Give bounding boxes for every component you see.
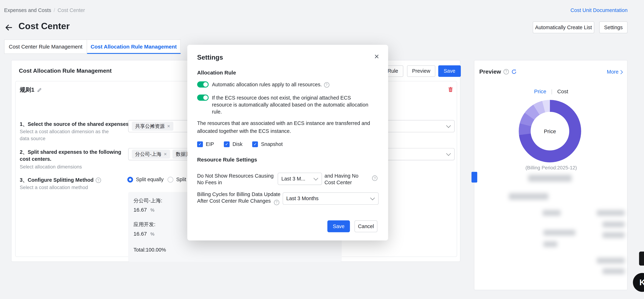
step2-title: 2、Split shared expenses to the following…: [20, 149, 126, 163]
settings-modal: Settings × Allocation Rule Automatic all…: [187, 45, 388, 240]
checkbox-checked-icon: [224, 141, 230, 147]
chevron-down-icon: [446, 151, 451, 156]
preview-title: Preview: [479, 68, 501, 75]
step3-subtitle: Select a cost allocation method: [20, 184, 118, 191]
chevron-down-icon: [446, 123, 451, 128]
refresh-icon[interactable]: [511, 69, 517, 74]
step1-title: 1、Select the source of the shared expens…: [20, 121, 130, 128]
radio-off-icon: [168, 177, 173, 182]
trash-icon: [448, 86, 454, 92]
split-unit: %: [150, 207, 154, 212]
delete-rule-button[interactable]: [448, 86, 454, 94]
edit-icon[interactable]: [37, 88, 42, 93]
toggle-separator: |: [551, 88, 552, 95]
redacted-text-block: [602, 268, 625, 274]
help-icon[interactable]: [324, 82, 329, 87]
settings-button[interactable]: Settings: [599, 21, 628, 33]
step2-tag1: 分公司-上海 ×: [132, 150, 170, 159]
help-icon[interactable]: [372, 175, 378, 181]
radio-split-equally[interactable]: Split equally: [127, 177, 164, 182]
panel-preview-button[interactable]: Preview: [407, 65, 435, 77]
auto-allocation-label: Automatic allocation rules apply to all …: [212, 82, 322, 88]
docked-widget[interactable]: [639, 251, 644, 265]
price-tab[interactable]: Price: [534, 88, 546, 95]
resource-checkbox-row: EIP Disk Snapshot: [197, 141, 283, 147]
help-icon[interactable]: [274, 200, 279, 205]
split-row-value: 16.67 %: [134, 207, 154, 213]
ecs-transfer-note: The resources that are associated with a…: [197, 120, 380, 135]
toggle-on-icon[interactable]: [197, 95, 208, 101]
split-value: 16.67: [134, 231, 147, 237]
cycles-select[interactable]: Last 3 Months: [283, 192, 379, 205]
auto-allocation-toggle-row: Automatic allocation rules apply to all …: [197, 82, 374, 88]
cycles-label: Billing Cycles for Billing Data Update A…: [197, 192, 280, 204]
close-icon[interactable]: ×: [374, 52, 379, 61]
redacted-text-block: [543, 230, 575, 235]
help-icon[interactable]: [504, 69, 509, 74]
redacted-text-block: [602, 221, 625, 227]
cost-tab[interactable]: Cost: [557, 88, 568, 95]
fees-period-select[interactable]: Last 3 M...: [278, 173, 322, 185]
breadcrumb-separator: /: [54, 7, 55, 13]
cycles-value: Last 3 Months: [286, 196, 318, 201]
split-unit: %: [150, 231, 154, 236]
help-icon[interactable]: [96, 178, 101, 183]
step1-subtitle: Select a cost allocation dimension as th…: [20, 128, 118, 142]
toggle-on-icon[interactable]: [197, 82, 208, 88]
rule-name-row: 规则1: [20, 86, 42, 94]
legend-color-chip: [472, 172, 477, 183]
more-link[interactable]: More: [607, 69, 622, 75]
modal-cancel-button[interactable]: Cancel: [354, 220, 378, 232]
auto-create-list-button[interactable]: Automatically Create List: [533, 21, 594, 33]
fees-period-value: Last 3 M...: [282, 176, 305, 182]
step3-title-row: 3、Configure Splitting Method: [20, 177, 101, 184]
preview-header: Preview: [479, 68, 517, 75]
back-button[interactable]: [4, 23, 13, 32]
breadcrumb-parent[interactable]: Expenses and Costs: [4, 7, 51, 13]
modal-save-button[interactable]: Save: [327, 220, 350, 232]
chevron-down-icon: [314, 176, 318, 180]
modal-title: Settings: [197, 54, 223, 61]
checkbox-snapshot[interactable]: Snapshot: [252, 141, 283, 147]
redacted-text-block: [602, 232, 625, 238]
allocation-rule-section-title: Allocation Rule: [197, 70, 236, 76]
fees-suffix: and Having No Cost Center: [324, 173, 367, 186]
checkbox-eip[interactable]: EIP: [197, 141, 214, 147]
panel-save-button[interactable]: Save: [438, 65, 461, 77]
tab-cost-allocation-rule-management[interactable]: Cost Allocation Rule Management: [87, 39, 181, 54]
radio-on-icon: [127, 177, 133, 182]
ecs-missing-toggle-row: If the ECS resource does not exist, the …: [197, 95, 374, 116]
remove-tag-icon[interactable]: ×: [167, 123, 170, 129]
fees-label: Do Not Show Resources Causing No Fees in: [197, 173, 276, 186]
split-row-value: 16.67 %: [134, 231, 154, 237]
page-title: Cost Center: [18, 21, 70, 32]
cycles-label-wrap: Billing Cycles for Billing Data Update A…: [197, 191, 284, 205]
remove-tag-icon[interactable]: ×: [164, 151, 167, 157]
checkbox-eip-label: EIP: [206, 141, 214, 147]
redacted-text-block: [528, 175, 572, 182]
step1-tag: 共享公摊资源 ×: [132, 122, 173, 131]
redacted-text-block: [543, 241, 557, 247]
redacted-text-block: [597, 210, 625, 216]
chevron-down-icon: [370, 195, 375, 200]
resource-rule-section-title: Resource Rule Settings: [197, 157, 257, 163]
donut-hole: Price: [530, 112, 569, 150]
ecs-missing-label: If the ECS resource does not exist, the …: [212, 95, 369, 116]
split-value: 16.67: [134, 207, 147, 213]
checkbox-checked-icon: [197, 141, 203, 147]
preview-panel: Preview More Price | Cost Price (Billing…: [474, 60, 628, 290]
tab-bar: Cost Center Rule Management Cost Allocat…: [4, 39, 181, 54]
page: Expenses and Costs / Cost Center Cost Un…: [0, 0, 644, 299]
panel-title: Cost Allocation Rule Management: [19, 68, 112, 74]
redacted-text-block: [597, 258, 625, 263]
k-floating-badge[interactable]: K: [633, 273, 644, 292]
checkbox-snapshot-label: Snapshot: [261, 141, 283, 147]
redacted-text-block: [509, 193, 548, 200]
cost-unit-documentation-link[interactable]: Cost Unit Documentation: [570, 7, 628, 13]
radio-split-by[interactable]: Split b: [168, 177, 190, 182]
step1-tag-label: 共享公摊资源: [135, 123, 164, 130]
chevron-right-icon: [619, 70, 623, 74]
tab-cost-center-rule-management[interactable]: Cost Center Rule Management: [4, 39, 87, 54]
checkbox-disk[interactable]: Disk: [224, 141, 242, 147]
checkbox-disk-label: Disk: [232, 141, 242, 147]
